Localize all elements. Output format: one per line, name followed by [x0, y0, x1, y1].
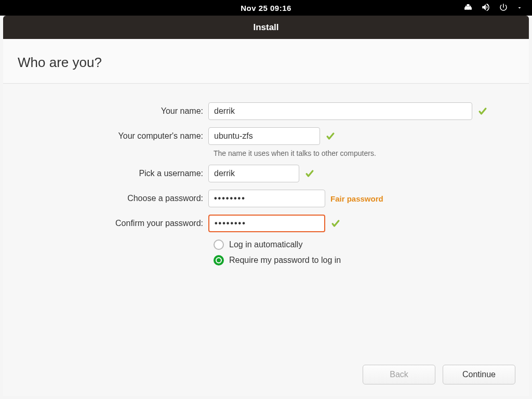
password-label: Choose a password: — [3, 194, 208, 203]
svg-rect-2 — [467, 7, 469, 9]
confirm-label: Confirm your password: — [3, 219, 208, 228]
page-title: Who are you? — [18, 55, 529, 71]
installer-page: Who are you? Your name: Your computer's … — [3, 39, 529, 396]
radio-icon — [214, 255, 224, 265]
username-input[interactable] — [208, 165, 299, 182]
window-title: Install — [253, 22, 278, 33]
radio-auto-login[interactable]: Log in automatically — [214, 240, 529, 250]
chevron-down-icon[interactable] — [516, 4, 523, 12]
row-computer: Your computer's name: — [3, 127, 529, 145]
svg-rect-0 — [467, 4, 470, 6]
clock[interactable]: Nov 25 09:16 — [241, 4, 291, 12]
radio-auto-label: Log in automatically — [229, 240, 302, 249]
radio-icon — [214, 240, 224, 250]
checkmark-icon — [477, 106, 488, 116]
svg-rect-1 — [464, 7, 467, 9]
footer-buttons: Back Continue — [363, 365, 515, 384]
confirm-input[interactable] — [208, 215, 325, 232]
radio-require-label: Require my password to log in — [229, 256, 341, 265]
checkmark-icon — [330, 218, 341, 229]
continue-button[interactable]: Continue — [443, 365, 515, 384]
window-titlebar: Install — [3, 16, 529, 39]
name-label: Your name: — [3, 107, 208, 116]
page-header: Who are you? — [3, 39, 529, 84]
row-password: Choose a password: Fair password — [3, 190, 529, 207]
password-input[interactable] — [208, 190, 325, 207]
username-label: Pick a username: — [3, 169, 208, 178]
row-confirm: Confirm your password: — [3, 215, 529, 232]
system-topbar: Nov 25 09:16 — [0, 0, 532, 16]
computer-input[interactable] — [208, 127, 320, 145]
power-icon[interactable] — [499, 3, 508, 14]
back-button[interactable]: Back — [363, 365, 435, 384]
system-indicators — [463, 3, 523, 14]
password-strength: Fair password — [330, 194, 383, 203]
row-username: Pick a username: — [3, 165, 529, 182]
checkmark-icon — [304, 168, 315, 179]
row-name: Your name: — [3, 102, 529, 120]
user-form: Your name: Your computer's name: The nam… — [3, 84, 529, 265]
network-icon[interactable] — [463, 3, 473, 14]
volume-icon[interactable] — [481, 3, 490, 14]
svg-rect-3 — [470, 7, 472, 9]
name-input[interactable] — [208, 102, 472, 120]
computer-hint: The name it uses when it talks to other … — [214, 149, 529, 157]
computer-label: Your computer's name: — [3, 131, 208, 141]
radio-require-password[interactable]: Require my password to log in — [214, 255, 529, 265]
checkmark-icon — [325, 131, 336, 141]
